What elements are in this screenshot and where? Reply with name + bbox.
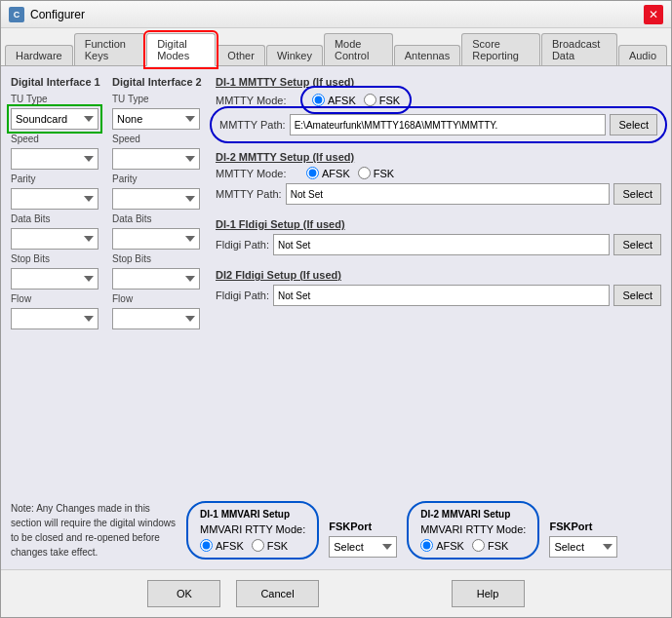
- di2-mmvari-mode-group: AFSK FSK: [420, 539, 526, 552]
- di2-fldigi-path-input[interactable]: [273, 285, 610, 306]
- di2-afsk-label[interactable]: AFSK: [322, 168, 350, 179]
- di1-mmtty-mode-label: MMTTY Mode:: [216, 95, 298, 106]
- di1-stop-bits-select[interactable]: [11, 268, 99, 290]
- di2-fldigi-title: DI2 Fldigi Setup (If used): [216, 269, 661, 281]
- di2-mmtty-mode-row: MMTTY Mode: AFSK FSK: [216, 167, 661, 179]
- bottom-panels: Note: Any Changes made in this section w…: [11, 501, 661, 560]
- tab-function-keys[interactable]: Function Keys: [74, 33, 145, 65]
- tab-audio[interactable]: Audio: [618, 45, 667, 65]
- di2-parity-label: Parity: [112, 174, 206, 184]
- tab-other[interactable]: Other: [217, 45, 265, 65]
- di2-tu-type-label: TU Type: [112, 94, 206, 104]
- tab-digital-modes[interactable]: Digital Modes: [146, 33, 216, 66]
- di2-mmvari-afsk-label[interactable]: AFSK: [436, 540, 464, 552]
- di2-fskport-wrapper: FSKPort Select: [549, 521, 617, 558]
- di1-stop-bits-label: Stop Bits: [11, 253, 104, 264]
- di2-mmtty-path-input[interactable]: [286, 183, 611, 205]
- left-panel: Digital Interface 1 TU Type Soundcard No…: [11, 76, 206, 493]
- di1-mmtty-title: DI-1 MMTTY Setup (If used): [216, 76, 661, 88]
- di1-mmvari-fsk[interactable]: FSK: [252, 539, 288, 552]
- di1-mmtty-fsk[interactable]: FSK: [364, 94, 400, 106]
- di2-fldigi-select-button[interactable]: Select: [613, 285, 661, 306]
- di1-data-bits-label: Data Bits: [11, 213, 104, 224]
- note-text: Note: Any Changes made in this section w…: [11, 503, 176, 558]
- di2-mmvari-afsk[interactable]: AFSK: [420, 539, 464, 552]
- di1-speed-select[interactable]: [11, 148, 99, 170]
- window-title: Configurer: [30, 8, 85, 21]
- di1-afsk-label[interactable]: AFSK: [328, 95, 356, 106]
- tab-hardware[interactable]: Hardware: [5, 45, 73, 65]
- di1-mmvari-box: DI-1 MMVARI Setup MMVARI RTTY Mode: AFSK…: [186, 501, 319, 560]
- di2-flow-label: Flow: [112, 293, 206, 304]
- di2-flow-select[interactable]: [112, 308, 200, 329]
- di2-mmvari-rtty-label: MMVARI RTTY Mode:: [420, 523, 526, 535]
- app-icon: C: [9, 7, 24, 22]
- di2-data-bits-select[interactable]: [112, 228, 200, 250]
- di2-mmvari-box: DI-2 MMVARI Setup MMVARI RTTY Mode: AFSK…: [407, 501, 539, 560]
- tab-broadcast-data[interactable]: Broadcast Data: [541, 33, 617, 65]
- title-bar: C Configurer ✕: [1, 1, 671, 28]
- di1-parity-select[interactable]: [11, 188, 99, 210]
- tab-winkey[interactable]: Winkey: [266, 45, 323, 65]
- di2-mmtty-afsk[interactable]: AFSK: [306, 167, 350, 179]
- di1-mmtty-mode-row: MMTTY Mode: AFSK FSK: [216, 92, 661, 108]
- di2-mmvari-wrapper: DI-2 MMVARI Setup MMVARI RTTY Mode: AFSK…: [407, 501, 539, 560]
- di2-mmtty-section: DI-2 MMTTY Setup (If used) MMTTY Mode: A…: [216, 151, 661, 211]
- di1-mmvari-afsk-label[interactable]: AFSK: [216, 540, 244, 552]
- footer: OK Cancel Help: [1, 569, 671, 617]
- di2-fsk-label[interactable]: FSK: [374, 168, 394, 179]
- di2-speed-label: Speed: [112, 134, 206, 144]
- di1-fldigi-path-row: Fldigi Path: Select: [216, 234, 661, 255]
- di2-column: Digital Interface 2 TU Type None Soundca…: [112, 76, 206, 493]
- di2-tu-type-select[interactable]: None Soundcard: [112, 108, 200, 130]
- help-button[interactable]: Help: [452, 580, 525, 607]
- di1-column: Digital Interface 1 TU Type Soundcard No…: [11, 76, 104, 493]
- close-button[interactable]: ✕: [644, 5, 663, 24]
- di2-mmtty-mode-group: AFSK FSK: [306, 167, 394, 179]
- di1-tu-type-label: TU Type: [11, 94, 104, 104]
- di1-data-bits-select[interactable]: [11, 228, 99, 250]
- di2-mmtty-fsk[interactable]: FSK: [358, 167, 394, 179]
- di1-fldigi-select-button[interactable]: Select: [613, 234, 661, 255]
- tab-mode-control[interactable]: Mode Control: [324, 33, 393, 65]
- di2-fskport-select[interactable]: Select: [549, 536, 617, 558]
- di1-fldigi-title: DI-1 Fldigi Setup (If used): [216, 218, 661, 230]
- di1-fldigi-path-input[interactable]: [273, 234, 610, 255]
- di2-speed-select[interactable]: [112, 148, 200, 170]
- di1-tu-type-select[interactable]: Soundcard None: [11, 108, 99, 130]
- di1-mmtty-select-button[interactable]: Select: [610, 114, 657, 135]
- di1-fskport-select[interactable]: Select: [329, 536, 397, 558]
- di2-fldigi-path-row: Fldigi Path: Select: [216, 285, 661, 306]
- di1-fsk-label[interactable]: FSK: [379, 95, 400, 106]
- di1-speed-label: Speed: [11, 134, 104, 144]
- note-panel: Note: Any Changes made in this section w…: [11, 501, 177, 560]
- cancel-button[interactable]: Cancel: [236, 580, 318, 607]
- di2-parity-select[interactable]: [112, 188, 200, 210]
- tab-score-reporting[interactable]: Score Reporting: [461, 33, 540, 65]
- di2-mmtty-path-row: MMTTY Path: Select: [216, 183, 661, 205]
- di2-fldigi-path-label: Fldigi Path:: [216, 290, 269, 301]
- ok-button[interactable]: OK: [147, 580, 220, 607]
- di1-mmtty-path-label: MMTTY Path:: [219, 119, 286, 131]
- di2-mmtty-select-button[interactable]: Select: [613, 183, 661, 205]
- di2-fskport-label: FSKPort: [549, 521, 592, 532]
- di1-mmvari-rtty-label: MMVARI RTTY Mode:: [200, 523, 305, 535]
- di2-mmvari-fsk-label[interactable]: FSK: [488, 540, 508, 552]
- di2-data-bits-label: Data Bits: [112, 213, 206, 224]
- di1-mmtty-path-input[interactable]: [290, 114, 607, 135]
- di1-mmvari-afsk[interactable]: AFSK: [200, 539, 244, 552]
- di1-mmtty-afsk[interactable]: AFSK: [312, 94, 356, 106]
- di1-mmvari-mode-group: AFSK FSK: [200, 539, 305, 552]
- di1-fldigi-section: DI-1 Fldigi Setup (If used) Fldigi Path:…: [216, 218, 661, 261]
- di1-fskport-wrapper: FSKPort Select: [329, 521, 397, 558]
- di2-stop-bits-select[interactable]: [112, 268, 200, 290]
- di2-mmtty-title: DI-2 MMTTY Setup (If used): [216, 151, 661, 163]
- di1-fskport-label: FSKPort: [329, 521, 372, 532]
- di1-flow-select[interactable]: [11, 308, 99, 329]
- main-area: Digital Interface 1 TU Type Soundcard No…: [11, 76, 661, 493]
- di2-mmvari-fsk[interactable]: FSK: [472, 539, 508, 552]
- di1-mmvari-fsk-label[interactable]: FSK: [267, 540, 288, 552]
- tab-antennas[interactable]: Antennas: [394, 45, 460, 65]
- di1-mmtty-section: DI-1 MMTTY Setup (If used) MMTTY Mode: A…: [216, 76, 661, 143]
- right-panel: DI-1 MMTTY Setup (If used) MMTTY Mode: A…: [216, 76, 661, 493]
